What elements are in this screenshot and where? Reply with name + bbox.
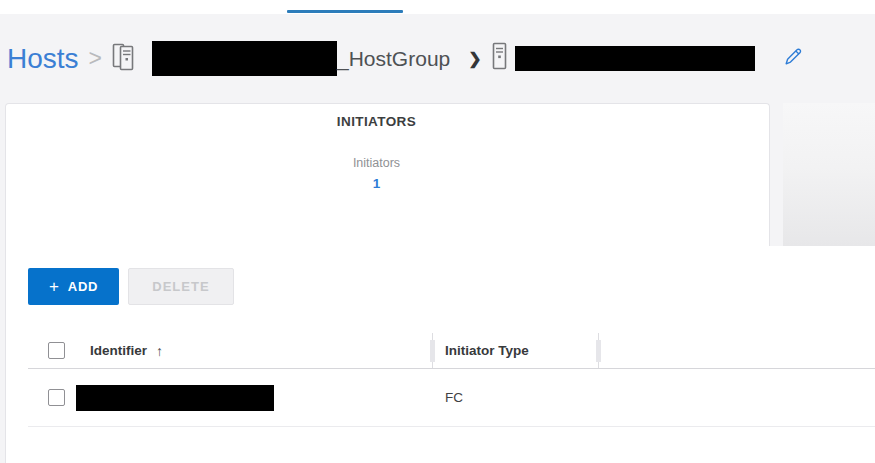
active-tab-indicator [287, 10, 403, 13]
initiators-summary-card: INITIATORS Initiators 1 [5, 103, 770, 246]
add-button[interactable]: + ADD [28, 268, 119, 305]
column-resize-handle[interactable] [432, 333, 433, 368]
initiators-table-panel: + ADD DELETE Identifier ↑ Initiator Type [5, 246, 875, 463]
redacted-identifier-value [76, 385, 274, 411]
row-identifier-cell [90, 385, 432, 411]
adjacent-panel-placeholder [783, 103, 875, 246]
select-all-checkbox[interactable] [48, 342, 65, 359]
page-content: INITIATORS Initiators 1 + ADD DELETE [0, 103, 875, 463]
summary-row: INITIATORS Initiators 1 [5, 103, 875, 246]
initiators-stat-label: Initiators [6, 156, 747, 170]
column-resize-handle[interactable] [598, 333, 599, 368]
column-header-initiator-type[interactable]: Initiator Type [433, 343, 598, 358]
top-tab-strip [0, 0, 875, 14]
breadcrumb-separator: ❯ [468, 49, 481, 68]
sort-ascending-icon: ↑ [156, 343, 163, 359]
redacted-host-group-name [152, 41, 337, 76]
delete-button[interactable]: DELETE [128, 268, 233, 305]
breadcrumb-host-group-suffix: _HostGroup [337, 47, 450, 71]
initiators-table: Identifier ↑ Initiator Type FC [28, 333, 875, 427]
identifier-header-label: Identifier [90, 343, 147, 358]
header-checkbox-cell [28, 342, 90, 359]
row-checkbox[interactable] [48, 389, 65, 406]
add-button-label: ADD [68, 279, 99, 294]
initiators-stat-value: 1 [6, 176, 747, 191]
breadcrumb: Hosts > _HostGroup ❯ [0, 14, 875, 103]
column-divider [432, 369, 433, 426]
row-initiator-type-cell: FC [433, 390, 598, 405]
table-row[interactable]: FC [28, 369, 875, 427]
table-header-row: Identifier ↑ Initiator Type [28, 333, 875, 369]
breadcrumb-separator: > [89, 45, 102, 72]
hosts-detail-page: Hosts > _HostGroup ❯ [0, 0, 875, 463]
pencil-icon[interactable] [783, 46, 804, 71]
column-header-identifier[interactable]: Identifier ↑ [90, 343, 432, 359]
breadcrumb-hosts-link[interactable]: Hosts [7, 43, 79, 75]
host-group-icon [112, 42, 137, 75]
host-icon [492, 42, 507, 75]
initiators-card-title: INITIATORS [6, 114, 747, 129]
plus-icon: + [49, 278, 60, 295]
redacted-host-name [515, 46, 755, 71]
table-toolbar: + ADD DELETE [28, 268, 875, 305]
